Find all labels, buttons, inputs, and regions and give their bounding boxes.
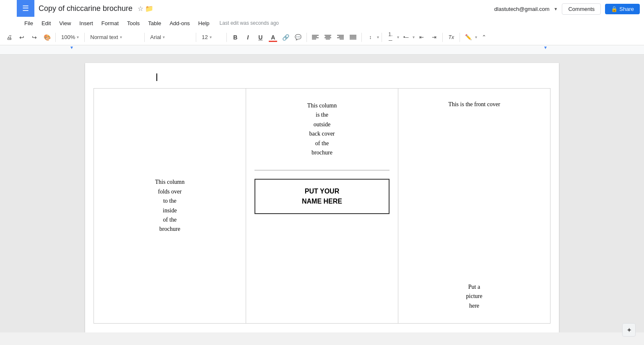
comments-button[interactable]: Comments	[562, 3, 601, 15]
share-button[interactable]: 🔒 Share	[605, 4, 640, 14]
col2-name-box: PUT YOUR NAME HERE	[254, 179, 390, 214]
numbered-list-button[interactable]: 1.─	[384, 31, 396, 43]
col2-line3: outside	[314, 121, 330, 128]
scroll-to-bottom-button[interactable]: ✦	[622, 323, 636, 332]
menu-addons[interactable]: Add-ons	[166, 18, 193, 28]
menu-tools[interactable]: Tools	[124, 18, 143, 28]
print-button[interactable]: 🖨	[3, 31, 15, 43]
brochure-table[interactable]: This column folds over to the inside of …	[93, 88, 551, 324]
italic-button[interactable]: I	[242, 31, 254, 43]
col3-content: This is the front cover Put a picture he…	[398, 89, 550, 323]
col1-line2: folds over	[158, 188, 182, 195]
title-bar: ☰ Copy of chiccarine brochure ☆ 📁 dlastu…	[0, 0, 644, 17]
share-label: Share	[619, 6, 634, 12]
col2-name-line2: NAME HERE	[302, 198, 342, 205]
numbered-list-chevron: ▾	[397, 35, 399, 39]
brochure-row: This column folds over to the inside of …	[94, 89, 551, 324]
col2-line5: of the	[315, 140, 329, 146]
col2-content: This column is the outside back cover of…	[246, 89, 398, 323]
menu-view[interactable]: View	[56, 18, 74, 28]
divider-7	[361, 33, 362, 42]
bold-button[interactable]: B	[229, 31, 241, 43]
align-justify-button[interactable]	[347, 31, 359, 43]
align-right-button[interactable]	[335, 31, 346, 43]
folder-icon[interactable]: 📁	[145, 5, 153, 13]
align-center-button[interactable]	[322, 31, 334, 43]
size-value: 12	[202, 34, 208, 40]
font-chevron: ▾	[163, 35, 165, 39]
collapse-toolbar-button[interactable]: ⌃	[478, 31, 490, 43]
underline-button[interactable]: U	[254, 31, 266, 43]
clear-format-button[interactable]: Tx	[445, 31, 457, 43]
col1-line6: brochure	[159, 226, 180, 232]
header-wrapper: ☰ Copy of chiccarine brochure ☆ 📁 dlastu…	[0, 0, 644, 55]
ruler-indicator-left	[70, 47, 73, 49]
undo-button[interactable]: ↩	[16, 31, 28, 43]
dropdown-icon[interactable]: ▼	[554, 7, 558, 11]
line-spacing-chevron: ▾	[377, 35, 379, 39]
divider-9	[442, 33, 443, 42]
menu-edit[interactable]: Edit	[38, 18, 54, 28]
last-edit-status: Last edit was seconds ago	[220, 20, 279, 26]
font-dropdown[interactable]: Arial ▾	[147, 31, 193, 43]
divider-10	[460, 33, 460, 42]
col1-line3: to the	[163, 198, 177, 204]
ruler	[0, 45, 644, 55]
comment-button[interactable]: 💬	[292, 31, 304, 43]
menu-table[interactable]: Table	[145, 18, 164, 28]
zoom-dropdown[interactable]: 100% ▾	[58, 31, 82, 43]
text-color-label: A	[271, 34, 275, 41]
divider-2	[84, 33, 85, 42]
col3-pic-text: Put a picture here	[398, 282, 550, 311]
col3-front-cover: This is the front cover	[448, 101, 500, 107]
col2-line2: is the	[316, 112, 328, 118]
brochure-col2[interactable]: This column is the outside back cover of…	[246, 89, 398, 324]
text-cursor	[156, 73, 157, 81]
lock-icon: 🔒	[611, 6, 618, 12]
col2-line6: brochure	[312, 149, 332, 156]
bulleted-list-button[interactable]: •─	[400, 31, 412, 43]
menu-help[interactable]: Help	[195, 18, 213, 28]
indent-less-button[interactable]: ⇤	[415, 31, 427, 43]
menu-file[interactable]: File	[21, 18, 36, 28]
redo-button[interactable]: ↪	[29, 31, 40, 43]
size-dropdown[interactable]: 12 ▾	[199, 31, 224, 43]
col3-pic-line2: picture	[466, 293, 483, 299]
hamburger-icon: ☰	[22, 4, 29, 13]
pen-button[interactable]: ✏️	[462, 31, 474, 43]
top-right-actions: dlastutech@gmail.com ▼ Comments 🔒 Share	[494, 3, 640, 15]
menu-format[interactable]: Format	[98, 18, 122, 28]
indent-more-button[interactable]: ⇥	[428, 31, 440, 43]
app-menu-button[interactable]: ☰	[17, 0, 34, 17]
text-color-button[interactable]: A	[267, 31, 279, 43]
document-page[interactable]: This column folds over to the inside of …	[85, 63, 559, 332]
bulleted-list-chevron: ▾	[413, 35, 415, 39]
col2-top-text: This column is the outside back cover of…	[246, 89, 398, 166]
line-spacing-button[interactable]: ↕	[364, 31, 376, 43]
col2-line1: This column	[307, 102, 337, 109]
brochure-col3[interactable]: This is the front cover Put a picture he…	[398, 89, 551, 324]
col3-pic-line1: Put a	[468, 284, 480, 290]
star-icon[interactable]: ☆	[138, 5, 143, 13]
menu-bar: File Edit View Insert Format Tools Table…	[0, 17, 644, 29]
col3-top-text: This is the front cover	[398, 89, 550, 116]
align-left-button[interactable]	[309, 31, 321, 43]
style-value: Normal text	[90, 34, 118, 40]
ruler-indicator-right	[544, 47, 547, 49]
document-area[interactable]: This column folds over to the inside of …	[0, 55, 644, 332]
style-dropdown[interactable]: Normal text ▾	[87, 31, 142, 43]
divider-6	[306, 33, 307, 42]
col2-name-line1: PUT YOUR	[305, 188, 339, 195]
col2-name-text: PUT YOUR NAME HERE	[262, 186, 382, 206]
link-button[interactable]: 🔗	[280, 31, 291, 43]
col3-pic-area: Put a picture here	[398, 282, 550, 323]
divider-1	[55, 33, 56, 42]
col1-line5: of the	[163, 217, 177, 223]
divider-5	[226, 33, 227, 42]
menu-insert[interactable]: Insert	[76, 18, 96, 28]
col3-pic-line3: here	[469, 303, 479, 309]
brochure-col1[interactable]: This column folds over to the inside of …	[94, 89, 246, 324]
paint-format-button[interactable]: 🎨	[41, 31, 53, 43]
col1-line1: This column	[155, 179, 184, 185]
col1-text: This column folds over to the inside of …	[155, 178, 184, 234]
